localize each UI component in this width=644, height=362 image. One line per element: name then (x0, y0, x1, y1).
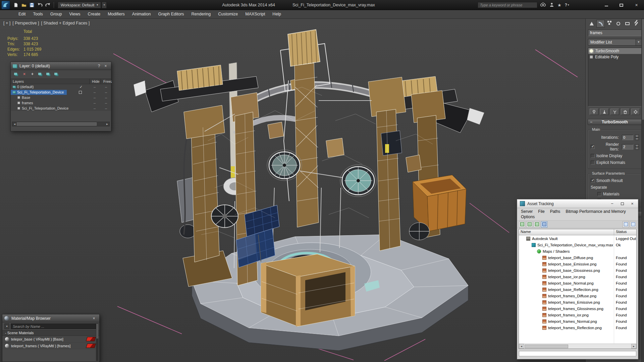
layer-window-titlebar[interactable]: Layer: 0 (default) ? × (11, 62, 111, 70)
layer-tool-icon[interactable]: + (30, 72, 35, 77)
asset-row[interactable]: teleport_base_ior.png Found (519, 274, 636, 280)
freeze-cell[interactable]: – (102, 101, 110, 105)
menu-item[interactable]: Customize (214, 10, 241, 18)
smooth-result-checkbox[interactable]: ✓ (591, 179, 595, 183)
3dsmax-logo-app-button[interactable] (1, 1, 10, 9)
asset-row[interactable]: teleport_base_Glossiness.png Found (519, 267, 636, 274)
command-panel-tab[interactable] (605, 20, 614, 27)
minimize-icon[interactable]: − (607, 200, 617, 207)
view-mode-icon[interactable] (526, 221, 533, 228)
material-search-input[interactable] (11, 323, 96, 329)
asset-row[interactable]: teleport_frames_Emissive.png Found (519, 299, 636, 305)
command-panel-scrollbar[interactable] (641, 19, 644, 362)
favorites-star-icon[interactable]: ★ (557, 3, 561, 8)
minimize-button[interactable] (599, 0, 614, 10)
asset-row[interactable]: teleport_frames_Normal.png Found (519, 318, 636, 324)
hide-cell[interactable]: – (90, 96, 99, 100)
asset-status-field[interactable] (519, 351, 636, 356)
asset-row[interactable]: teleport_base_Emissive.png Found (519, 261, 636, 267)
close-icon[interactable]: × (91, 316, 97, 321)
layer-row[interactable]: Sci_Fi_Teleportation_Device – – (11, 106, 111, 111)
layer-row[interactable]: frames – – (11, 100, 111, 106)
asset-row[interactable]: teleport_base_Normal.png Found (519, 280, 636, 286)
asset-row[interactable]: teleport_frames_Glossiness.png Found (519, 305, 636, 312)
layer-tool-icon[interactable] (46, 72, 51, 77)
toolbar-icon[interactable] (623, 221, 629, 228)
menu-item[interactable]: Bitmap Performance and Memory (563, 209, 628, 214)
layer-row[interactable]: 0 (default) ✓ – – (11, 84, 111, 89)
menu-item[interactable]: Group (47, 10, 66, 18)
menu-item[interactable]: Edit (15, 10, 30, 18)
close-icon[interactable]: × (627, 200, 637, 207)
column-divider[interactable] (614, 235, 614, 344)
render-iters-field[interactable] (622, 144, 633, 149)
modifier-list-dropdown[interactable]: Modifier List ▼ (588, 39, 642, 46)
view-mode-icon[interactable] (541, 221, 547, 228)
command-panel-tab[interactable] (587, 20, 596, 27)
asset-row[interactable]: teleport_frames_Reflection.png Found (519, 324, 636, 331)
menu-item[interactable]: Animation (128, 10, 155, 18)
material-browser-titlebar[interactable]: Material/Map Browser × (2, 314, 99, 322)
help-icon[interactable]: ?▾ (565, 3, 569, 7)
save-file-icon[interactable] (28, 1, 36, 9)
asset-tracking-titlebar[interactable]: Asset Tracking − × (517, 199, 638, 208)
view-mode-icon[interactable] (534, 221, 540, 228)
help-icon[interactable]: ? (96, 64, 102, 68)
scene-materials-section[interactable]: - Scene Materials (2, 330, 99, 336)
layer-row[interactable]: Base – – (11, 95, 111, 100)
isoline-display-checkbox[interactable]: ✓ (591, 154, 595, 158)
asset-row[interactable]: teleport_frames_Diffuse.png Found (519, 293, 636, 299)
asset-row[interactable]: Autodesk Vault Logged Out (519, 235, 636, 242)
menu-item[interactable]: Create (84, 10, 104, 18)
menu-item[interactable]: Server (518, 209, 535, 214)
materials-checkbox[interactable]: ✓ (597, 192, 601, 196)
browser-options-icon[interactable]: ▾ (4, 323, 9, 329)
hide-cell[interactable]: – (90, 85, 99, 89)
command-panel-tab[interactable] (632, 20, 641, 27)
infocenter-search-input[interactable] (478, 2, 537, 8)
menu-item[interactable]: Modifiers (104, 10, 128, 18)
view-mode-icon[interactable] (519, 221, 525, 228)
menu-item[interactable]: Options (518, 214, 537, 220)
scroll-thumb[interactable] (525, 345, 568, 348)
render-iters-spinner[interactable]: ▲▼ (635, 144, 639, 150)
viewport-pov-menu[interactable]: [ Perspective ] (12, 21, 39, 25)
asset-row[interactable]: teleport_base_Diffuse.png Found (519, 254, 636, 261)
rollout-turbosmooth[interactable]: − TurboSmooth (588, 119, 642, 125)
menu-item[interactable]: Views (65, 10, 84, 18)
asset-hscrollbar[interactable]: ◄ ► (519, 344, 636, 349)
configure-modifier-icon[interactable] (631, 109, 640, 115)
layer-hscrollbar[interactable]: ◄ ► (12, 122, 110, 126)
asset-row[interactable]: Maps / Shaders (519, 248, 636, 254)
make-unique-icon[interactable] (610, 109, 619, 115)
toolbar-icon[interactable] (630, 221, 636, 228)
freeze-cell[interactable]: – (102, 85, 110, 89)
iterations-field[interactable] (622, 135, 633, 140)
open-file-icon[interactable] (20, 1, 28, 9)
material-list-item[interactable]: telepor_base ( VRayMtl ) [Base] (2, 336, 99, 343)
object-name-field[interactable] (588, 29, 644, 36)
asset-row[interactable]: teleport_frames_ior.png Found (519, 312, 636, 318)
freeze-cell[interactable]: – (102, 106, 110, 110)
freeze-cell[interactable]: – (102, 90, 110, 94)
undo-icon[interactable] (36, 1, 44, 9)
layer-tool-icon[interactable] (13, 72, 19, 77)
menu-item[interactable]: File (535, 209, 547, 214)
menu-item[interactable]: Help (269, 10, 285, 18)
menu-item[interactable]: Rendering (188, 10, 215, 18)
pin-stack-icon[interactable] (590, 109, 598, 115)
material-vscrollbar[interactable] (96, 323, 99, 361)
show-end-result-icon[interactable] (600, 109, 609, 115)
modifier-stack-row[interactable]: Editable Poly (588, 54, 641, 60)
layer-tool-icon[interactable]: × (21, 72, 27, 77)
workspace-options-button[interactable]: ▾ (102, 2, 107, 8)
material-list-item[interactable]: teleport_frames ( VRayMtl ) [frames] (2, 343, 99, 349)
menu-item[interactable]: Tools (30, 10, 47, 18)
scroll-right-icon[interactable]: ► (105, 123, 109, 126)
teleporter-model[interactable] (133, 29, 484, 351)
command-panel-tab[interactable] (614, 20, 623, 27)
scroll-left-icon[interactable]: ◄ (519, 344, 524, 349)
layer-tool-icon[interactable] (38, 72, 43, 77)
hide-cell[interactable]: – (90, 106, 99, 110)
sign-in-icon[interactable] (549, 2, 554, 8)
